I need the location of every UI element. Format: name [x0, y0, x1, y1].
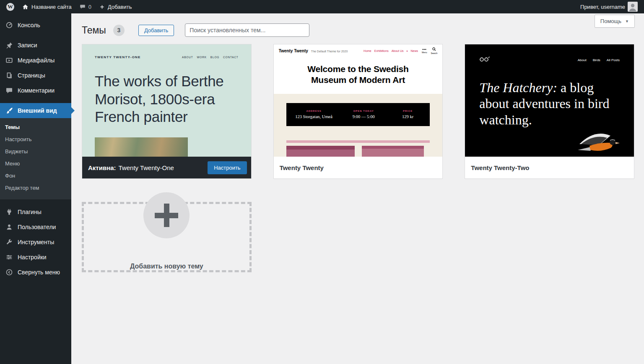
info-label: OPEN TODAY — [341, 110, 385, 112]
sidebar-item-label: Страницы — [18, 72, 45, 79]
wordpress-logo[interactable]: W — [3, 0, 18, 13]
new-content-link[interactable]: Добавить — [95, 0, 135, 13]
screenshot-header: About Birds All Posts — [479, 56, 620, 64]
search-label: Search — [431, 52, 437, 54]
site-logo-icon — [479, 56, 490, 64]
screenshot-nav-item: About Us — [392, 49, 404, 52]
submenu-item-widgets[interactable]: Виджеты — [0, 145, 71, 157]
theme-card-twenty-twenty: Twenty Twenty The Default Theme for 2020… — [273, 44, 443, 179]
info-value: 129 kr — [386, 114, 430, 119]
add-new-theme-card[interactable]: Добавить новую тему — [82, 202, 252, 272]
greeting-label: Привет, username — [580, 4, 625, 10]
theme-count-badge: 3 — [113, 25, 125, 36]
image-block — [286, 146, 355, 157]
headline-italic: The Hatchery: — [479, 80, 557, 95]
painting-image — [95, 137, 188, 157]
sidebar-item-pages[interactable]: Страницы — [0, 68, 71, 83]
sidebar-item-appearance[interactable]: Внешний вид — [0, 103, 71, 118]
comment-icon — [79, 3, 86, 10]
home-icon — [22, 3, 29, 10]
page-title: Темы — [82, 25, 106, 36]
themes-grid: TWENTY TWENTY-ONE ABOUT WORK BLOG CONTAC… — [82, 44, 634, 272]
screenshot-nav-item: News — [410, 49, 418, 52]
screenshot-tagline: The Default Theme for 2020 — [311, 50, 348, 53]
image-blocks — [286, 146, 424, 157]
plus-icon — [99, 4, 105, 10]
theme-screenshot-twenty-twenty-two[interactable]: About Birds All Posts The Hatchery: a bl… — [465, 44, 634, 157]
screenshot-header: TWENTY TWENTY-ONE ABOUT WORK BLOG CONTAC… — [95, 55, 239, 59]
pushpin-icon — [5, 41, 13, 49]
chevron-down-icon — [625, 19, 629, 23]
sidebar-item-collapse-menu[interactable]: Свернуть меню — [0, 265, 71, 280]
screenshot-header-right: Home Exhibitions About Us ▾ News Menu — [364, 47, 437, 54]
help-button[interactable]: Помощь — [595, 15, 635, 28]
add-theme-button[interactable]: Добавить — [138, 25, 174, 36]
theme-screenshot-twenty-twenty[interactable]: Twenty Twenty The Default Theme for 2020… — [274, 44, 443, 157]
screenshot-nav-item: All Posts — [607, 58, 620, 62]
image-block — [362, 146, 424, 157]
pink-divider — [286, 140, 430, 143]
sidebar-item-posts[interactable]: Записи — [0, 38, 71, 53]
theme-name: Twenty Twenty — [280, 164, 324, 171]
comments-link[interactable]: 0 — [75, 0, 95, 13]
screenshot-nav: About Birds All Posts — [578, 58, 620, 62]
submenu-item-theme-editor[interactable]: Редактор тем — [0, 182, 71, 194]
submenu-item-menus[interactable]: Меню — [0, 157, 71, 170]
menu-label: Menu — [422, 51, 427, 54]
sidebar-item-users[interactable]: Пользователи — [0, 219, 71, 235]
theme-name: Twenty Twenty-One — [119, 164, 174, 171]
screenshot-nav-item: Exhibitions — [374, 49, 389, 52]
sidebar-item-label: Пользователи — [18, 223, 56, 231]
screenshot-headline: Welcome to the Swedish Museum of Modern … — [274, 57, 443, 94]
theme-screenshot-twenty-twenty-one[interactable]: TWENTY TWENTY-ONE ABOUT WORK BLOG CONTAC… — [82, 44, 251, 157]
sidebar-item-settings[interactable]: Настройки — [0, 250, 71, 265]
theme-name: Twenty Twenty-Two — [471, 164, 529, 171]
site-name-link[interactable]: Название сайта — [18, 0, 75, 13]
plus-circle-icon — [143, 192, 190, 238]
account-link[interactable]: Привет, username — [576, 0, 641, 13]
search-input[interactable] — [185, 23, 309, 37]
bird-illustration — [578, 131, 623, 157]
screenshot-nav-item: BLOG — [210, 56, 219, 59]
pages-icon — [5, 71, 13, 80]
screenshot-body: ADDRESS 123 Storgatan, Umeå OPEN TODAY 9… — [274, 94, 443, 157]
sidebar-item-label: Свернуть меню — [18, 268, 60, 276]
screenshot-brand: Twenty Twenty The Default Theme for 2020 — [279, 49, 348, 53]
search-group: Search — [431, 47, 437, 54]
submenu-item-themes[interactable]: Темы — [0, 121, 71, 133]
info-column-open-today: OPEN TODAY 9:00 — 5:00 — [341, 110, 385, 119]
sidebar-item-label: Медиафайлы — [18, 57, 55, 64]
info-value: 123 Storgatan, Umeå — [286, 114, 342, 119]
sidebar-item-media[interactable]: Медиафайлы — [0, 53, 71, 68]
media-icon — [5, 56, 13, 65]
theme-footer: Twenty Twenty-Two — [465, 157, 634, 178]
screenshot-nav-item: WORK — [197, 56, 206, 59]
info-value: 9:00 — 5:00 — [341, 114, 385, 119]
page-header: Темы 3 Добавить — [82, 13, 634, 37]
sidebar-item-tools[interactable]: Инструменты — [0, 235, 71, 250]
sidebar-item-label: Инструменты — [18, 238, 54, 246]
screenshot-nav-item: About — [578, 58, 587, 62]
submenu-item-customize[interactable]: Настроить — [0, 133, 71, 145]
search-icon — [432, 47, 436, 51]
screenshot-site-title: TWENTY TWENTY-ONE — [95, 55, 141, 59]
screenshot-nav-item: CONTACT — [223, 56, 239, 59]
sidebar-item-comments[interactable]: Комментарии — [0, 83, 71, 98]
theme-card-twenty-twenty-two: About Birds All Posts The Hatchery: a bl… — [465, 44, 634, 179]
sidebar-item-plugins[interactable]: Плагины — [0, 204, 71, 219]
submenu-item-background[interactable]: Фон — [0, 170, 71, 182]
add-new-theme-label: Добавить новую тему — [130, 263, 203, 270]
customize-button[interactable]: Настроить — [208, 161, 247, 174]
wordpress-logo-icon: W — [6, 3, 14, 11]
sidebar-item-dashboard[interactable]: Консоль — [0, 18, 71, 33]
sidebar-item-label: Комментарии — [18, 87, 55, 94]
theme-card-twenty-twenty-one: TWENTY TWENTY-ONE ABOUT WORK BLOG CONTAC… — [82, 44, 252, 179]
sidebar-item-label: Плагины — [18, 208, 42, 216]
info-label: ADDRESS — [286, 110, 342, 112]
main-content: Помощь Темы 3 Добавить TWENTY TWENTY-ONE… — [71, 0, 644, 364]
screenshot-nav: Home Exhibitions About Us ▾ News — [364, 49, 418, 52]
chevron-down-icon: ▾ — [406, 49, 408, 52]
site-name-label: Название сайта — [31, 4, 72, 10]
sidebar-item-label: Настройки — [18, 253, 47, 261]
screenshot-site-title: Twenty Twenty — [279, 49, 308, 53]
